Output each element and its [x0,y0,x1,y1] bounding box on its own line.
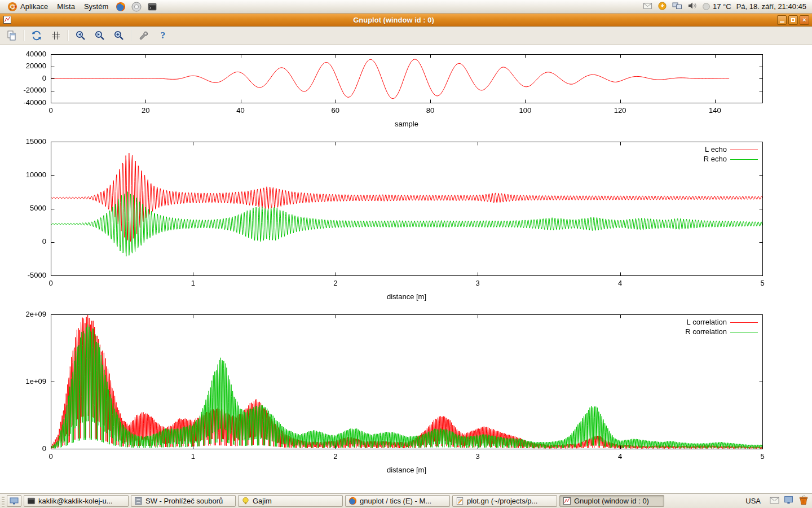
clock-applet[interactable]: Pá, 18. září, 21:40:45 [736,2,806,11]
task-button-gajim[interactable]: Gajim [238,495,343,507]
replot-button[interactable] [29,28,44,43]
help-browser-icon [131,2,142,12]
temperature-label: 17 °C [713,2,731,11]
help-button[interactable]: ? [156,28,170,43]
trash-icon [798,494,809,506]
help-launcher[interactable] [129,1,144,12]
updates-tray-icon[interactable] [657,1,667,12]
maximize-icon [791,18,795,22]
task-button-text-editor[interactable]: plot.gn (~/projects/p... [452,495,557,507]
toggle-grid-button[interactable] [48,28,63,43]
toolbar-separator [131,30,132,41]
applications-menu[interactable]: Aplikace [3,1,52,13]
show-desktop-button[interactable] [7,495,21,507]
terminal-icon [27,497,36,505]
text-editor-icon [456,497,464,505]
panel-handle[interactable] [2,496,5,507]
task-button-firefox[interactable]: gnuplot / tics (E) - M... [345,495,450,507]
applications-menu-label: Aplikace [20,2,48,11]
maximize-button[interactable] [788,15,798,25]
toolbar-separator [68,30,69,41]
distro-logo-icon [7,2,17,12]
show-desktop-icon [10,497,19,505]
tray-display[interactable] [784,496,793,506]
titlebar[interactable]: Gnuplot (window id : 0) × [0,14,812,27]
system-menu-label: Systém [84,2,108,11]
taskbar: kaklik@kaklik-kolej-u... SW - Prohlížeč … [0,493,812,508]
task-button-label: Gnuplot (window id : 0) [574,497,649,505]
file-manager-icon [134,497,143,505]
toolbar-separator [24,30,25,41]
system-menu[interactable]: Systém [80,1,112,12]
copy-icon [6,30,17,41]
updates-icon [657,1,667,11]
task-button-file-manager[interactable]: SW - Prohlížeč souborů [131,495,236,507]
minimize-icon [780,21,784,23]
places-menu-label: Místa [57,2,75,11]
task-button-label: plot.gn (~/projects/p... [467,497,537,505]
display-icon [672,1,682,10]
weather-icon [702,2,710,11]
autoscale-icon [113,30,125,41]
copy-clipboard-button[interactable] [5,28,19,43]
minimize-button[interactable] [777,15,787,25]
mail-icon [643,1,652,11]
terminal-launcher[interactable] [145,1,160,12]
weather-applet[interactable]: 17 °C [702,2,731,11]
zoom-next-button[interactable] [92,28,107,43]
trash-applet[interactable] [798,494,809,507]
task-button-gnuplot[interactable]: Gnuplot (window id : 0) [559,495,664,507]
gajim-icon [241,497,250,505]
plot-area [0,45,812,493]
keyboard-layout-indicator[interactable]: USA [741,496,765,506]
mail-tray-icon[interactable] [643,1,652,12]
display-tray-icon[interactable] [672,1,682,12]
refresh-icon [31,30,42,41]
close-icon: × [802,17,806,23]
gnuplot-icon [563,497,571,505]
tray-mail[interactable] [770,496,779,506]
help-icon: ? [161,30,166,41]
display-icon [784,496,793,505]
task-button-label: SW - Prohlížeč souborů [145,497,223,505]
close-button[interactable]: × [800,15,809,25]
window-title: Gnuplot (window id : 0) [12,16,775,24]
firefox-icon [348,497,357,505]
gnuplot-window-icon [3,15,12,24]
mail-icon [770,496,779,505]
task-button-label: kaklik@kaklik-kolej-u... [38,497,113,505]
task-button-label: Gajim [253,497,272,505]
terminal-icon [147,2,157,12]
task-button-label: gnuplot / tics (E) - M... [360,497,431,505]
firefox-icon [116,2,126,12]
firefox-launcher[interactable] [113,1,128,12]
zoom-previous-button[interactable] [73,28,88,43]
wrench-icon [138,30,149,41]
volume-icon [687,1,697,10]
task-button-terminal[interactable]: kaklik@kaklik-kolej-u... [24,495,129,507]
autoscale-button[interactable] [112,28,126,43]
grid-icon [50,30,61,41]
zoom-previous-icon [75,30,86,41]
configure-button[interactable] [136,28,151,43]
zoom-next-icon [94,30,105,41]
volume-tray-icon[interactable] [687,1,697,12]
plot-canvas[interactable] [0,45,812,493]
places-menu[interactable]: Místa [53,1,79,12]
gnuplot-toolbar: ? [0,27,812,45]
gnome-panel: Aplikace Místa Systém [0,0,812,14]
